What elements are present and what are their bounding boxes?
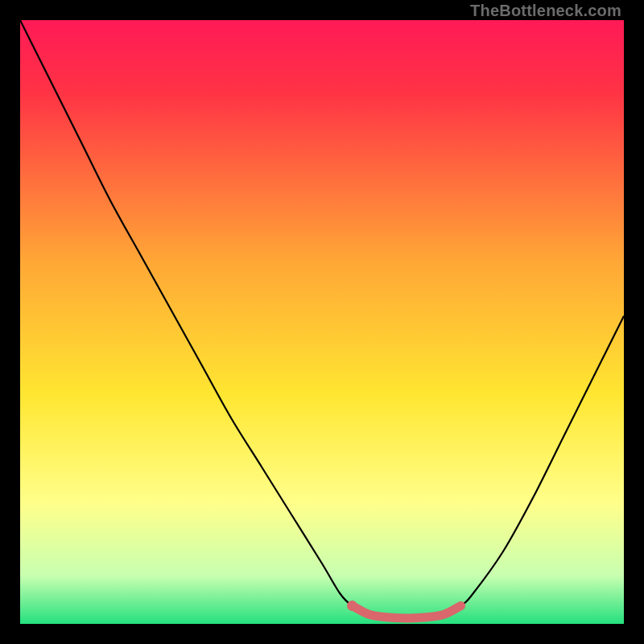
- chart-frame: TheBottleneck.com: [0, 0, 644, 644]
- bottleneck-curve: [20, 20, 624, 618]
- optimal-range-highlight: [353, 606, 461, 618]
- watermark-label: TheBottleneck.com: [470, 2, 621, 20]
- plot-gradient-area: [20, 20, 624, 624]
- chart-svg: [20, 20, 624, 624]
- optimal-point-marker: [347, 601, 357, 611]
